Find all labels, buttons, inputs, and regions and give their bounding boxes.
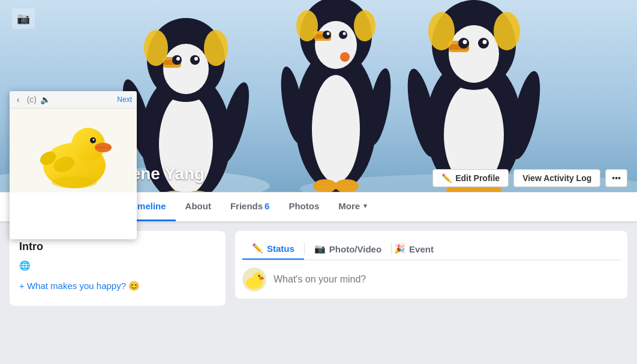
svg-point-25 bbox=[340, 52, 350, 62]
profile-name: Irene Yang bbox=[120, 164, 423, 183]
post-input-row bbox=[242, 267, 620, 291]
tab-friends[interactable]: Friends6 bbox=[221, 192, 280, 221]
camera-post-icon: 📷 bbox=[314, 243, 326, 254]
svg-point-60 bbox=[52, 176, 97, 188]
svg-point-28 bbox=[323, 31, 331, 39]
chevron-down-icon: ▾ bbox=[363, 202, 367, 210]
svg-point-13 bbox=[176, 57, 180, 61]
tab-photos[interactable]: Photos bbox=[279, 192, 329, 221]
viewer-toolbar: ‹ (c) 🔈 Next bbox=[10, 91, 137, 109]
svg-point-27 bbox=[354, 10, 375, 41]
volume-icon: 🔈 bbox=[40, 95, 50, 104]
svg-point-43 bbox=[494, 12, 520, 50]
add-intro-item[interactable]: + What makes you happy? 😊 bbox=[19, 276, 216, 296]
svg-point-65 bbox=[259, 275, 260, 277]
profile-pic-viewer: ‹ (c) 🔈 Next bbox=[10, 91, 137, 239]
tab-more[interactable]: More ▾ bbox=[329, 192, 377, 221]
update-cover-photo-button[interactable]: 📷 bbox=[12, 8, 35, 29]
profile-action-buttons: ✏️ Edit Profile View Activity Log ••• bbox=[432, 169, 627, 192]
tab-about[interactable]: About bbox=[176, 192, 221, 221]
page-wrapper: 📷 Irene Yang ✏️ Edit Profile View Activi… bbox=[0, 0, 637, 315]
pencil-post-icon: ✏️ bbox=[252, 243, 263, 254]
svg-point-39 bbox=[449, 25, 499, 83]
intro-box: Intro 🌐 + What makes you happy? 😊 bbox=[10, 231, 226, 306]
post-text-input[interactable] bbox=[274, 274, 620, 285]
svg-point-31 bbox=[343, 32, 346, 35]
svg-point-6 bbox=[163, 44, 209, 94]
svg-point-30 bbox=[327, 32, 330, 35]
svg-point-22 bbox=[315, 21, 357, 69]
post-tab-photo[interactable]: 📷 Photo/Video bbox=[305, 238, 391, 260]
post-tabs: ✏️ Status 📷 Photo/Video 🎉 Event bbox=[242, 238, 620, 260]
pencil-icon: ✏️ bbox=[441, 173, 452, 183]
svg-point-9 bbox=[144, 30, 168, 66]
svg-point-29 bbox=[339, 31, 347, 39]
viewer-icons: (c) 🔈 bbox=[27, 95, 50, 104]
viewer-prev-button[interactable]: ‹ bbox=[14, 94, 22, 106]
right-content: ✏️ Status 📷 Photo/Video 🎉 Event bbox=[235, 231, 627, 306]
intro-globe-row: 🌐 bbox=[19, 260, 216, 271]
left-sidebar: Intro 🌐 + What makes you happy? 😊 bbox=[10, 231, 226, 306]
svg-point-42 bbox=[428, 12, 455, 50]
globe-icon: 🌐 bbox=[19, 260, 31, 271]
svg-point-26 bbox=[296, 10, 318, 41]
svg-point-57 bbox=[93, 139, 95, 141]
copyright-icon: (c) bbox=[27, 95, 37, 104]
duck-image bbox=[31, 112, 115, 189]
viewer-next-link[interactable]: Next bbox=[117, 95, 132, 104]
svg-point-46 bbox=[463, 40, 467, 44]
svg-point-14 bbox=[194, 57, 198, 61]
avatar-image bbox=[242, 267, 266, 291]
post-tab-status[interactable]: ✏️ Status bbox=[242, 238, 304, 260]
camera-icon: 📷 bbox=[17, 12, 30, 25]
profile-name-block: Irene Yang bbox=[110, 164, 432, 192]
more-options-button[interactable]: ••• bbox=[605, 169, 627, 187]
svg-point-64 bbox=[259, 277, 264, 280]
post-tab-event[interactable]: 🎉 Event bbox=[392, 238, 436, 260]
view-activity-log-button[interactable]: View Activity Log bbox=[513, 169, 600, 187]
user-avatar-small bbox=[242, 267, 266, 291]
viewer-image-area bbox=[10, 109, 137, 192]
svg-point-47 bbox=[483, 40, 487, 44]
svg-point-10 bbox=[204, 30, 228, 66]
post-create-box: ✏️ Status 📷 Photo/Video 🎉 Event bbox=[235, 231, 627, 299]
event-icon: 🎉 bbox=[394, 243, 405, 254]
intro-title: Intro bbox=[19, 240, 216, 253]
edit-profile-button[interactable]: ✏️ Edit Profile bbox=[432, 169, 509, 187]
